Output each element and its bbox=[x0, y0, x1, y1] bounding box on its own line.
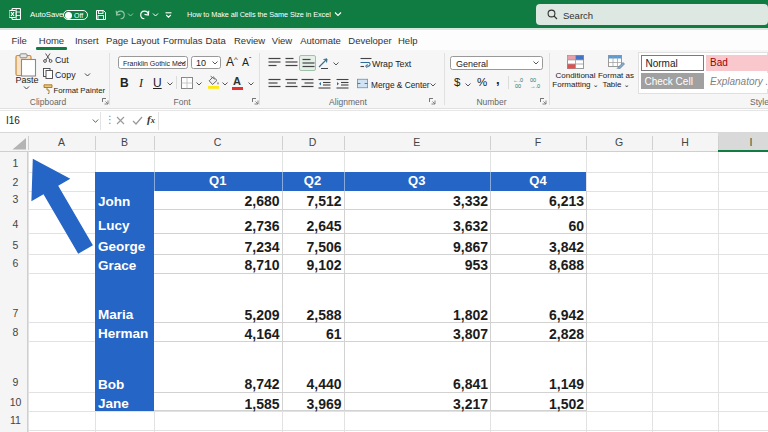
svg-text:→.0: →.0 bbox=[530, 83, 540, 89]
svg-text:00: 00 bbox=[515, 83, 521, 89]
